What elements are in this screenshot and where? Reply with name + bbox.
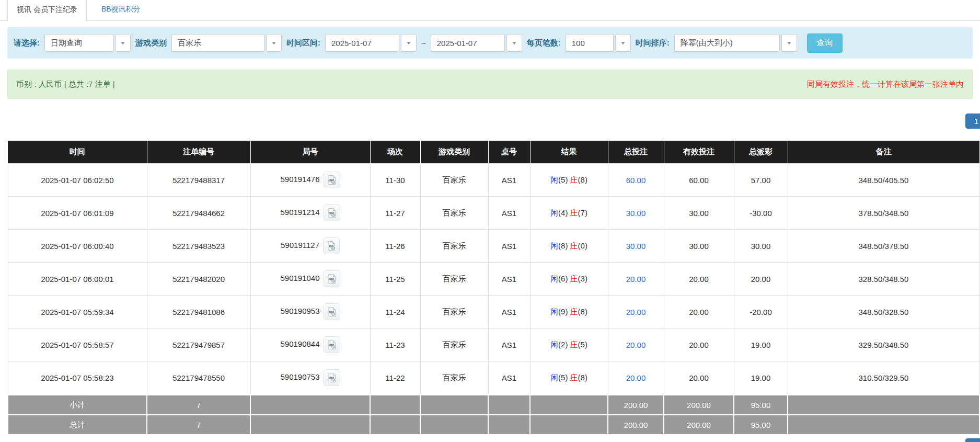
tab-video-bet-records[interactable]: 视讯 会员下注纪录: [7, 0, 87, 21]
column-header: 有效投注: [664, 141, 734, 164]
result-player: 闲: [550, 340, 558, 349]
footer-payout: 95.00: [734, 395, 788, 415]
cell-total-bet: 20.00: [608, 296, 664, 328]
round-number: 590191476: [280, 175, 319, 184]
result-banker-points: (8): [578, 175, 587, 184]
total-bet-link[interactable]: 20.00: [626, 373, 646, 382]
footer-empty: [530, 415, 608, 435]
result-banker-points: (5): [578, 340, 587, 349]
caret-down-icon[interactable]: ▼: [615, 34, 631, 52]
cell-bet-number: 522179482020: [147, 263, 250, 296]
cell-table-number: AS1: [488, 230, 530, 263]
total-bet-link[interactable]: 60.00: [626, 176, 646, 185]
bet-row: 2025-01-07 06:00:40522179483523590191127…: [8, 230, 979, 263]
page-1-button[interactable]: 1: [965, 114, 980, 129]
cell-session: 11-30: [370, 164, 420, 197]
round-video-button[interactable]: [324, 172, 340, 188]
cell-round-number: 590191040: [250, 263, 370, 296]
footer-empty: [420, 415, 488, 435]
result-player-points: (5): [558, 373, 568, 382]
cell-note: 329.50/348.50: [788, 328, 979, 361]
column-header: 场次: [370, 141, 420, 164]
caret-down-icon[interactable]: ▼: [781, 34, 797, 52]
page-size-select[interactable]: 100 ▼: [566, 34, 631, 52]
cell-table-number: AS1: [488, 263, 530, 296]
round-video-button[interactable]: [324, 270, 340, 287]
caret-down-icon[interactable]: ▼: [506, 34, 522, 52]
column-header: 时间: [8, 141, 147, 164]
cell-valid-bet: 20.00: [664, 361, 734, 395]
pagination-top: 1: [965, 114, 980, 129]
table-body: 2025-01-07 06:02:50522179488317590191476…: [8, 164, 979, 395]
round-video-button[interactable]: [324, 205, 340, 221]
filter-bar: 请选择: 日期查询 ▼ 游戏类别 百家乐 ▼ 时间区间: 2025-01-07 …: [7, 27, 973, 59]
total-bet-link[interactable]: 30.00: [626, 209, 646, 218]
cell-session: 11-26: [370, 230, 420, 263]
round-number: 590190953: [280, 307, 319, 315]
cell-payout: 57.00: [734, 164, 788, 197]
cell-table-number: AS1: [488, 164, 530, 197]
video-record-icon: [327, 274, 337, 284]
cell-bet-number: 522179478550: [147, 361, 250, 395]
date-type-select[interactable]: 日期查询 ▼: [44, 34, 131, 52]
total-bet-link[interactable]: 30.00: [626, 242, 646, 251]
tab-bar: 视讯 会员下注纪录 BB视讯积分: [0, 0, 980, 21]
cell-note: 348.50/378.50: [788, 230, 979, 263]
footer-count: 7: [147, 395, 250, 415]
range-separator: ~: [421, 39, 426, 48]
selected-value: 2025-01-07: [431, 34, 505, 52]
footer-empty: [250, 395, 370, 415]
footer-label: 总计: [8, 415, 147, 435]
cell-session: 11-22: [370, 361, 420, 395]
footer-label: 小计: [8, 395, 147, 415]
date-from-select[interactable]: 2025-01-07 ▼: [325, 34, 417, 52]
result-banker: 庄: [570, 274, 578, 283]
cell-time: 2025-01-07 05:58:23: [8, 361, 147, 395]
cell-bet-number: 522179483523: [147, 230, 250, 263]
round-video-button[interactable]: [324, 336, 340, 353]
video-record-icon: [327, 307, 337, 317]
cell-session: 11-25: [370, 263, 420, 296]
cell-total-bet: 20.00: [608, 361, 664, 395]
round-video-button[interactable]: [323, 237, 340, 254]
selected-value: 百家乐: [171, 34, 264, 52]
result-banker: 庄: [570, 208, 578, 217]
cell-game-type: 百家乐: [420, 361, 488, 395]
result-banker-points: (8): [578, 307, 587, 316]
same-round-note: 同局有效投注，统一计算在该局第一张注单内: [807, 80, 964, 89]
subtotal-row: 小计7200.00200.0095.00: [8, 395, 979, 415]
round-video-button[interactable]: [324, 369, 340, 386]
page-1-button[interactable]: 1: [965, 438, 980, 442]
round-video-button[interactable]: [324, 303, 340, 320]
cell-valid-bet: 20.00: [664, 296, 734, 328]
bet-row: 2025-01-07 06:00:01522179482020590191040…: [8, 263, 979, 296]
column-header: 注单编号: [147, 141, 250, 164]
video-record-icon: [327, 208, 337, 218]
cell-game-type: 百家乐: [420, 296, 488, 328]
cell-result: 闲(5) 庄(8): [530, 361, 608, 395]
game-type-select[interactable]: 百家乐 ▼: [171, 34, 282, 52]
cell-result: 闲(5) 庄(8): [530, 164, 608, 197]
caret-down-icon[interactable]: ▼: [266, 34, 282, 52]
cell-payout: 19.00: [734, 328, 788, 361]
total-bet-link[interactable]: 20.00: [626, 275, 646, 284]
column-header: 总投注: [608, 141, 664, 164]
caret-down-icon[interactable]: ▼: [401, 34, 417, 52]
tab-bb-video-points[interactable]: BB视讯积分: [87, 0, 155, 20]
result-banker: 庄: [570, 175, 578, 184]
caret-down-icon[interactable]: ▼: [115, 34, 131, 52]
cell-time: 2025-01-07 06:00:01: [8, 263, 147, 296]
per-page-label: 每页笔数:: [527, 38, 561, 48]
cell-note: 348.50/328.50: [788, 296, 979, 328]
query-button[interactable]: 查询: [807, 33, 843, 53]
cell-game-type: 百家乐: [420, 164, 488, 197]
footer-empty: [488, 415, 530, 435]
cell-bet-number: 522179479857: [147, 328, 250, 361]
sort-order-select[interactable]: 降幂(由大到小) ▼: [674, 34, 797, 52]
total-bet-link[interactable]: 20.00: [626, 308, 646, 316]
total-bet-link[interactable]: 20.00: [626, 341, 646, 349]
date-to-select[interactable]: 2025-01-07 ▼: [431, 34, 522, 52]
cell-session: 11-24: [370, 296, 420, 328]
footer-valid-bet: 200.00: [664, 395, 734, 415]
bet-row: 2025-01-07 06:01:09522179484662590191214…: [8, 197, 979, 230]
